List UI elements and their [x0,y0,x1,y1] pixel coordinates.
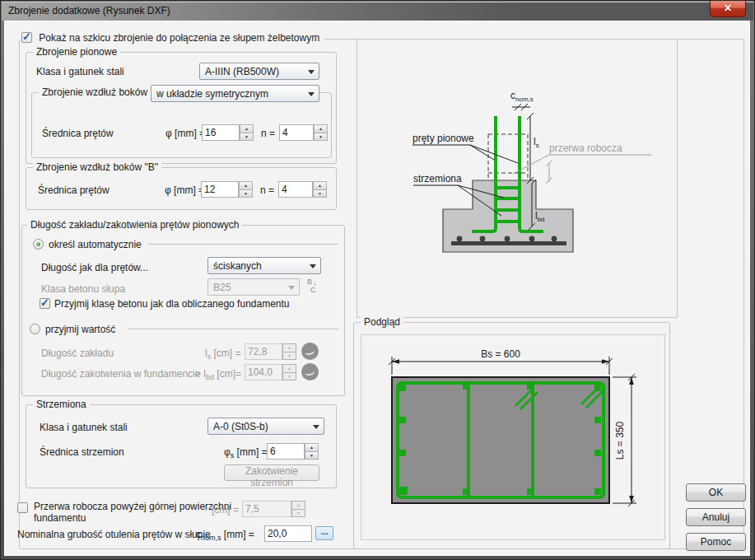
stirrup-steel-label: Klasa i gatunek stali [40,422,128,433]
work-gap-checkbox[interactable] [17,502,28,513]
cancel-button[interactable]: Anuluj [686,508,746,526]
spin-down-button: ▼ [282,352,296,361]
svg-text:cnom,s: cnom,s [510,90,534,103]
divider [128,329,338,329]
auto-radio-label: określ automatycznie [49,239,142,250]
svg-text:Ls = 350: Ls = 350 [614,421,626,460]
spin-up-button[interactable]: ▲ [239,181,253,190]
cover-symbol: cnom,s [mm] = [196,529,254,544]
steel-class-combo[interactable]: A-IIIN (RB500W) [199,63,319,80]
preview-canvas: Bs = 600 Ls = 350 [361,334,665,540]
show-sketch-checkbox[interactable] [21,32,32,43]
ok-button[interactable]: OK [686,483,746,502]
spin-down-button[interactable]: ▼ [240,133,254,142]
sides-l-title: Zbrojenie wzdłuż boków "L" [39,86,166,98]
lap-length-label: Długość zakładu [41,348,114,359]
stirrup-phi-field[interactable] [267,443,305,460]
assume-concrete-checkbox[interactable] [40,298,50,309]
spin-up-button[interactable]: ▲ [314,124,328,133]
work-gap-label-line1: Przerwa robocza powyżej górnej powierzch… [34,501,231,512]
spin-up-button[interactable]: ▲ [313,181,327,190]
dialog-window: Zbrojenie dodatkowe (Rysunek DXF) ✕ Poka… [0,0,755,560]
anchor-value-field [245,364,282,380]
spin-down-button: ▼ [291,510,305,518]
steel-class-label: Klasa i gatunek stali [36,66,124,77]
sides-b-group: Zbrojenie wzdłuż boków "B" Średnica pręt… [26,167,337,210]
svg-text:przerwa robocza: przerwa robocza [549,142,622,154]
vertical-reinf-group: Zbrojenie pionowe Klasa i gatunek stali … [26,52,337,164]
lap-symbol: ls [cm] = [205,348,241,362]
stirrup-anchor-button: Zakotwienie strzemion [224,464,319,481]
work-gap-spinner: ▲▼ [291,501,305,517]
spin-up-button[interactable]: ▲ [240,124,254,133]
layout-combo[interactable]: w układzie symetrycznym [151,85,319,102]
close-button[interactable]: ✕ [710,1,746,17]
n-b-field[interactable] [278,181,313,198]
spin-down-button[interactable]: ▼ [305,452,319,460]
work-gap-label-line2: fundamentu [34,512,86,524]
lap-value-field [245,343,282,360]
concrete-class-label: Klasa betonu słupa [41,283,125,295]
calc-anchor-button [301,363,319,380]
stirrups-group: Strzemiona Klasa i gatunek stali A-0 (St… [26,404,337,488]
cover-label: Nominalna grubość otulenia prętów w słup… [17,529,211,540]
svg-text:strzemiona: strzemiona [413,173,462,184]
phi-l-field[interactable] [202,124,240,141]
cover-more-button[interactable]: ... [315,526,333,540]
vertical-reinf-title: Zbrojenie pionowe [33,46,120,58]
length-as-label: Długość jak dla prętów... [41,262,148,273]
n-l-spinner: ▲▼ [314,124,328,141]
n-label: n = [261,128,275,139]
svg-text:pręty pionowe: pręty pionowe [412,133,474,144]
spin-up-button: ▲ [282,343,296,352]
calc-lap-button [301,343,319,360]
stirrup-diameter-label: Średnica strzemion [40,446,124,458]
phi-b-field[interactable] [201,181,239,198]
spin-down-button: ▼ [282,373,296,381]
svg-text:ls: ls [534,136,539,149]
phi-l-spinner: ▲▼ [240,124,254,141]
value-radio-label: przyjmij wartość [45,324,115,335]
spin-down-button[interactable]: ▼ [239,190,253,198]
section-preview: Bs = 600 Ls = 350 [361,335,664,539]
n-b-spinner: ▲▼ [313,181,327,198]
assume-concrete-label: Przyjmij klasę betonu jak dla obliczaneg… [54,298,290,310]
dialog-content: Pokaż na szkicu zbrojenie do połączenia … [4,21,750,556]
work-gap-unit: [cm] = [212,504,239,516]
preview-title: Podgląd [361,316,403,328]
anchor-length-label: Długość zakotwienia w fundamencie [41,368,200,380]
main-checkbox-row: Pokaż na szkicu zbrojenie do połączenia … [20,31,324,44]
value-radio[interactable] [30,324,40,334]
diameter-label: Średnica prętów [38,184,110,196]
help-button[interactable]: Pomoc [686,533,746,551]
chevron-down-icon [308,92,315,96]
anchor-symbol: > lbd [cm]= [195,368,241,383]
phi-label: φ [mm] = [165,184,204,196]
stirrup-steel-combo[interactable]: A-0 (St0S-b) [207,418,324,435]
chevron-down-icon [313,425,319,429]
stirrups-title: Strzemiona [33,399,90,410]
anchor-spinner: ▲▼ [282,364,296,380]
stirrup-phi-symbol: φs [mm] = [224,446,268,461]
chevron-down-icon [288,286,295,290]
cover-field[interactable] [264,525,312,542]
spin-down-button[interactable]: ▼ [313,190,327,198]
n-l-field[interactable] [279,124,314,141]
sides-b-title: Zbrojenie wzdłuż boków "B" [33,161,161,173]
preview-group: Podgląd [353,322,670,549]
stirrup-phi-spinner: ▲▼ [305,443,319,460]
auto-radio[interactable] [33,239,44,250]
chevron-down-icon [310,264,316,268]
spin-up-button: ▲ [282,364,296,373]
spin-up-button: ▲ [291,501,305,510]
svg-text:Bs = 600: Bs = 600 [481,348,520,360]
spin-up-button[interactable]: ▲ [305,443,319,452]
length-as-combo[interactable]: ściskanych [207,257,321,274]
title-bar[interactable]: Zbrojenie dodatkowe (Rysunek DXF) [2,2,753,21]
foundation-sketch: cnom,s ls lbd pręty pionowe [357,40,677,317]
spin-down-button[interactable]: ▼ [314,133,328,142]
phi-label: φ [mm] = [165,128,205,139]
lap-spinner: ▲▼ [282,343,296,360]
bc-convert-icon: B ↓ C [305,278,324,296]
window-title: Zbrojenie dodatkowe (Rysunek DXF) [8,5,170,16]
